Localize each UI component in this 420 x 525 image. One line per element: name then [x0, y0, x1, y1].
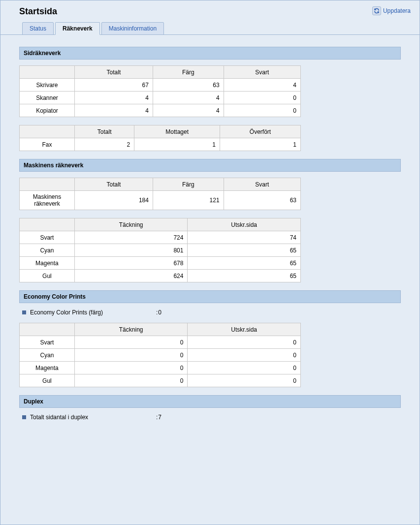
- cell-value: 65: [188, 270, 301, 282]
- table-row: Cyan 801 65: [20, 244, 301, 257]
- duplex-label: Totalt sidantal i duplex: [30, 414, 156, 421]
- cell-value: 0: [74, 336, 188, 349]
- kv-colon: :: [156, 309, 158, 316]
- tabs: Status Räkneverk Maskininformation: [0, 22, 420, 35]
- row-label: Magenta: [20, 257, 75, 270]
- cell-value: 184: [75, 191, 153, 210]
- row-label: Magenta: [20, 362, 75, 374]
- col-tackning: Täckning: [74, 218, 188, 231]
- cell-value: 4: [75, 92, 153, 104]
- refresh-button[interactable]: Uppdatera: [372, 6, 411, 15]
- cell-value: 0: [74, 374, 188, 387]
- cell-value: 624: [74, 270, 188, 282]
- table-row: Gul 0 0: [20, 374, 301, 387]
- cell-value: 74: [188, 231, 301, 244]
- section-sidrakneverk: Sidräkneverk: [19, 47, 401, 60]
- cell-value: 63: [224, 191, 300, 210]
- col-svart: Svart: [224, 66, 300, 79]
- table-row: Svart 0 0: [20, 336, 301, 349]
- col-totalt: Totalt: [75, 178, 153, 191]
- row-label: Svart: [20, 336, 75, 349]
- table-row: Svart 724 74: [20, 231, 301, 244]
- table-row: Magenta 0 0: [20, 362, 301, 374]
- row-label: Cyan: [20, 349, 75, 362]
- content: Sidräkneverk Totalt Färg Svart Skrivare …: [0, 47, 420, 437]
- tab-status[interactable]: Status: [22, 22, 54, 35]
- table-row: Gul 624 65: [20, 270, 301, 282]
- tab-maskininformation[interactable]: Maskininformation: [101, 22, 164, 35]
- cell-value: 4: [224, 79, 300, 92]
- cell-value: 65: [188, 244, 301, 257]
- cell-value: 2: [75, 138, 134, 151]
- row-label: Gul: [20, 374, 75, 387]
- row-label: Skrivare: [20, 79, 75, 92]
- economy-prints-row: Economy Color Prints (färg) : 0: [22, 309, 401, 316]
- col-utskr: Utskr.sida: [188, 323, 301, 336]
- cell-value: 0: [224, 104, 300, 117]
- cell-value: 678: [74, 257, 188, 270]
- cell-value: 0: [74, 349, 188, 362]
- row-label: Skanner: [20, 92, 75, 104]
- cell-value: 67: [75, 79, 153, 92]
- row-label: Svart: [20, 231, 75, 244]
- row-label: Fax: [20, 138, 75, 151]
- cell-value: 1: [134, 138, 220, 151]
- col-tackning: Täckning: [74, 323, 188, 336]
- row-label: Kopiator: [20, 104, 75, 117]
- table-row: Cyan 0 0: [20, 349, 301, 362]
- cell-value: 0: [188, 336, 301, 349]
- cell-value: 724: [74, 231, 188, 244]
- economy-label: Economy Color Prints (färg): [30, 309, 156, 316]
- cell-value: 4: [153, 104, 224, 117]
- row-label: Cyan: [20, 244, 75, 257]
- cell-value: 0: [74, 362, 188, 374]
- col-totalt: Totalt: [75, 125, 134, 138]
- col-utskr: Utskr.sida: [188, 218, 301, 231]
- table-maskinens: Totalt Färg Svart Maskinens räkneverk 18…: [19, 178, 301, 210]
- cell-value: 1: [220, 138, 301, 151]
- cell-value: 0: [188, 349, 301, 362]
- cell-value: 121: [153, 191, 224, 210]
- row-label: Gul: [20, 270, 75, 282]
- cell-value: 0: [224, 92, 300, 104]
- col-overfort: Överfört: [220, 125, 301, 138]
- table-row: Fax 2 1 1: [20, 138, 301, 151]
- bullet-icon: [22, 415, 26, 419]
- cell-value: 65: [188, 257, 301, 270]
- refresh-label: Uppdatera: [383, 7, 411, 14]
- table-row: Skrivare 67 63 4: [20, 79, 301, 92]
- kv-colon: :: [156, 414, 158, 421]
- row-label: Maskinens räkneverk: [20, 191, 75, 210]
- table-row: Magenta 678 65: [20, 257, 301, 270]
- cell-value: 0: [188, 362, 301, 374]
- page-title: Startsida: [19, 6, 57, 17]
- table-fax: Totalt Mottaget Överfört Fax 2 1 1: [19, 125, 301, 151]
- refresh-icon: [372, 6, 381, 15]
- table-coverage: Täckning Utskr.sida Svart 724 74 Cyan 80…: [19, 218, 301, 282]
- section-economy: Economy Color Prints: [19, 290, 401, 303]
- col-farg: Färg: [153, 178, 224, 191]
- cell-value: 4: [153, 92, 224, 104]
- section-maskinens: Maskinens räkneverk: [19, 159, 401, 172]
- table-row: Maskinens räkneverk 184 121 63: [20, 191, 301, 210]
- cell-value: 4: [75, 104, 153, 117]
- table-row: Skanner 4 4 0: [20, 92, 301, 104]
- table-sidrakneverk: Totalt Färg Svart Skrivare 67 63 4 Skann…: [19, 65, 301, 117]
- economy-value: 0: [158, 309, 162, 316]
- col-farg: Färg: [153, 66, 224, 79]
- col-mottaget: Mottaget: [134, 125, 220, 138]
- duplex-value: 7: [158, 414, 162, 421]
- cell-value: 0: [188, 374, 301, 387]
- cell-value: 801: [74, 244, 188, 257]
- section-duplex: Duplex: [19, 395, 401, 408]
- bullet-icon: [22, 310, 26, 314]
- cell-value: 63: [153, 79, 224, 92]
- col-totalt: Totalt: [75, 66, 153, 79]
- table-economy-coverage: Täckning Utskr.sida Svart 0 0 Cyan 0 0 M…: [19, 323, 301, 387]
- duplex-total-row: Totalt sidantal i duplex : 7: [22, 414, 401, 421]
- tab-raekneverk[interactable]: Räkneverk: [55, 22, 100, 35]
- table-row: Kopiator 4 4 0: [20, 104, 301, 117]
- col-svart: Svart: [224, 178, 300, 191]
